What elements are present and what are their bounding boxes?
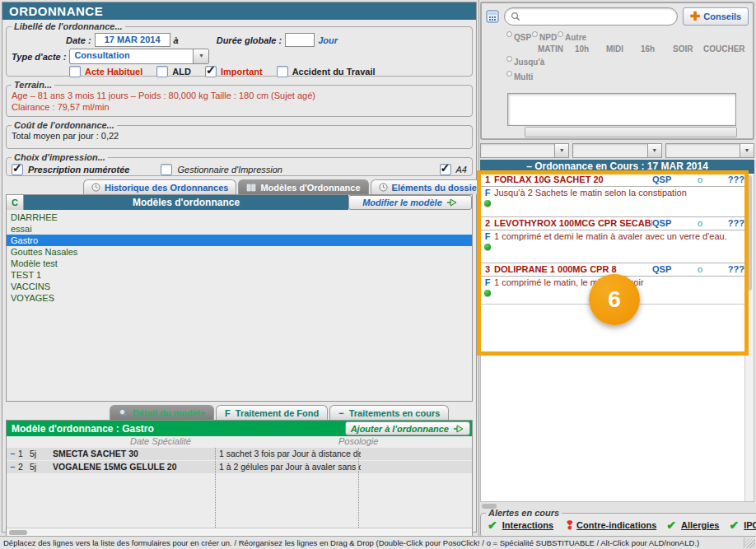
scrollbar-thumb[interactable] xyxy=(747,175,752,291)
status-text: Déplacez des lignes vers la liste des fo… xyxy=(3,538,699,547)
check-icon: ✔ xyxy=(488,519,497,532)
left-panel: ORDONNANCE Libellé de l'ordonnance... Da… xyxy=(2,2,477,533)
ordonnance-window: ORDONNANCE Libellé de l'ordonnance... Da… xyxy=(0,0,756,549)
substituable-flag[interactable]: o xyxy=(684,263,716,276)
terrain-legend: Terrain... xyxy=(12,80,54,90)
current-ordonnance-header: – Ordonnance en Cours : 17 MAR 2014 xyxy=(480,160,754,174)
impression-legend: Choix d'impression... xyxy=(12,152,108,162)
conseils-button[interactable]: ✚ Conseils xyxy=(683,7,749,26)
posologie-text: Jusqu'à 2 Sachets le matin selon la cons… xyxy=(494,187,687,198)
tab-modeles-ordonnance[interactable]: Modèles d'Ordonnance xyxy=(238,179,368,194)
a4-checkbox[interactable] xyxy=(440,164,451,175)
fond-flag[interactable]: F xyxy=(481,230,494,242)
resize-grip[interactable] xyxy=(745,538,755,548)
prescription-numerotee-checkbox[interactable] xyxy=(12,164,23,175)
calculator-icon[interactable] xyxy=(486,10,499,23)
terrain-fieldset: Terrain... Age – 81 ans 3 mois 11 jours … xyxy=(6,80,473,117)
detail-table-body: − 1 5j SMECTA SACHET 30 1 sachet 3 fois … xyxy=(7,448,472,528)
prescription-item[interactable]: 1 FORLAX 10G SACHET 20 QSP o ??? F Jusqu… xyxy=(481,174,754,216)
important-checkbox[interactable] xyxy=(205,66,217,77)
list-item[interactable]: Modèle test xyxy=(7,258,472,269)
ald-checkbox[interactable] xyxy=(156,66,168,77)
dropdown-1[interactable]: ▼ xyxy=(480,143,569,158)
book-icon xyxy=(246,184,256,192)
modify-model-button[interactable]: Modifier le modèle xyxy=(348,195,472,210)
prescription-numerotee-label: Prescription numérotée xyxy=(28,165,129,174)
multi-radio[interactable]: Multi xyxy=(506,72,533,81)
impression-fieldset: Choix d'impression... Prescription numér… xyxy=(6,152,473,176)
model-detail-header: Modèle d'ordonnance : Gastro Ajouter à l… xyxy=(7,421,472,436)
date-input[interactable]: 17 MAR 2014 xyxy=(95,33,170,47)
status-dot-icon xyxy=(484,290,491,296)
column-date-specialite: Date Spécialité xyxy=(130,436,215,448)
contre-indications-link[interactable]: Contre-indications xyxy=(576,520,656,530)
substituable-flag[interactable]: o xyxy=(684,174,716,186)
acte-habituel-checkbox[interactable] xyxy=(69,66,81,77)
quantity-flag[interactable]: ??? xyxy=(716,174,744,186)
detail-table-columns: Date Spécialité Posologie xyxy=(7,436,472,448)
substituable-flag[interactable]: o xyxy=(684,217,716,230)
dropdown-2[interactable]: ▼ xyxy=(572,143,661,158)
chevron-down-icon: ▼ xyxy=(647,144,661,157)
prescription-list: 1 FORLAX 10G SACHET 20 QSP o ??? F Jusqu… xyxy=(480,174,754,502)
quantity-flag[interactable]: ??? xyxy=(716,217,744,230)
list-item-selected[interactable]: Gastro xyxy=(7,235,472,246)
posology-textarea[interactable] xyxy=(507,93,736,126)
tab-traitement-fond[interactable]: F Traitement de Fond xyxy=(216,405,328,420)
clock-icon xyxy=(379,183,388,192)
dropdown-3[interactable]: ▼ xyxy=(665,143,754,158)
accident-travail-checkbox[interactable] xyxy=(277,66,288,77)
qsp-flag[interactable]: QSP xyxy=(652,174,684,186)
cout-total-line: Total moyen par jour : 0,22 xyxy=(12,130,467,142)
alerts-legend: Alertes en cours xyxy=(486,508,562,518)
fond-flag[interactable]: F xyxy=(481,277,494,288)
type-acte-select[interactable]: Consultation ▼ xyxy=(69,49,209,64)
specialite-cell: VOGALENE 15MG GELULE 20 xyxy=(53,461,215,473)
panel-divider xyxy=(478,0,479,536)
table-row[interactable]: − 2 5j VOGALENE 15MG GELULE 20 1 à 2 gél… xyxy=(7,461,472,474)
column-divider xyxy=(358,448,359,528)
posologie-cell: 1 à 2 gélules par Jour à avaler sans ouv… xyxy=(215,461,361,473)
quantity-flag[interactable]: ??? xyxy=(716,263,744,276)
posologie-cell: 1 sachet 3 fois par Jour à distance des … xyxy=(215,448,361,460)
allergies-link[interactable]: Allergies xyxy=(681,520,719,530)
tab-elements-dossier[interactable]: Eléments du dossier xyxy=(371,179,489,194)
model-detail-panel: Modèle d'ordonnance : Gastro Ajouter à l… xyxy=(6,420,473,537)
add-to-ordonnance-button[interactable]: Ajouter à l'ordonnance xyxy=(345,421,470,435)
prescription-item[interactable]: 2 LEVOTHYROX 100MCG CPR SECABLE 30 QSP o… xyxy=(481,216,754,263)
list-item[interactable]: DIARRHEE xyxy=(7,212,472,223)
jusqua-radio[interactable]: Jusqu'à xyxy=(506,58,544,67)
interactions-link[interactable]: Interactions xyxy=(502,520,553,530)
duration-label: Durée globale : xyxy=(217,35,282,45)
tab-detail-modele[interactable]: Détail du modèle xyxy=(110,405,214,420)
tab-historique-ordonnances[interactable]: Historique des Ordonnances xyxy=(83,179,236,194)
vertical-scrollbar[interactable] xyxy=(744,174,754,501)
posology-bar[interactable] xyxy=(525,127,737,137)
list-item[interactable]: VACCINS xyxy=(7,281,472,292)
tab-traitements-en-cours[interactable]: − Traitements en cours xyxy=(329,405,449,420)
autre-radio[interactable]: Autre xyxy=(558,33,586,42)
drug-name: FORLAX 10G SACHET 20 xyxy=(494,174,652,186)
qsp-flag[interactable]: QSP xyxy=(652,217,684,230)
scrollbar-thumb[interactable] xyxy=(9,530,27,535)
page-title: ORDONNANCE xyxy=(2,2,476,20)
list-item[interactable]: VOYAGES xyxy=(7,292,472,304)
at-label: à xyxy=(174,35,179,45)
duration-input[interactable] xyxy=(285,33,315,47)
gestionnaire-impression-checkbox[interactable] xyxy=(161,164,172,175)
qsp-radio[interactable]: QSP xyxy=(506,33,531,42)
list-item[interactable]: TEST 1 xyxy=(7,269,472,281)
list-item[interactable]: Gouttes Nasales xyxy=(7,246,472,258)
ipc-link[interactable]: IPC xyxy=(744,520,756,530)
specialite-cell: SMECTA SACHET 30 xyxy=(53,448,215,460)
chevron-down-icon[interactable]: ▼ xyxy=(193,49,208,63)
search-input[interactable] xyxy=(504,7,678,26)
fond-flag[interactable]: F xyxy=(481,187,494,198)
qsp-flag[interactable]: QSP xyxy=(652,263,684,276)
date-label: Date : xyxy=(66,35,91,45)
c-button[interactable]: C xyxy=(7,195,24,210)
list-item[interactable]: essai xyxy=(7,223,472,235)
table-row[interactable]: − 1 5j SMECTA SACHET 30 1 sachet 3 fois … xyxy=(7,448,472,461)
green-arrow-icon xyxy=(453,425,464,433)
npd-radio[interactable]: NPD xyxy=(532,33,557,42)
